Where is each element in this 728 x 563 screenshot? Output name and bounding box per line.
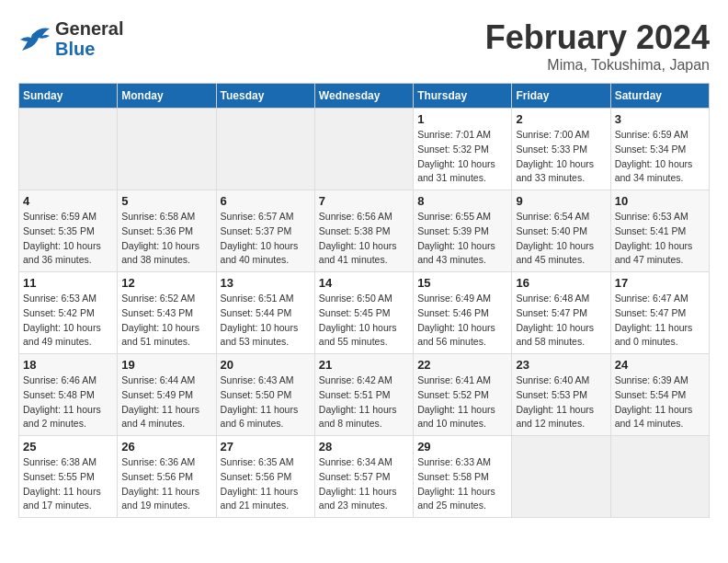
- day-number: 2: [516, 112, 606, 126]
- day-number: 5: [121, 194, 211, 208]
- day-info: Sunrise: 6:46 AMSunset: 5:48 PMDaylight:…: [23, 373, 113, 431]
- day-info: Sunrise: 6:53 AMSunset: 5:42 PMDaylight:…: [23, 292, 113, 350]
- day-number: 24: [615, 358, 705, 372]
- calendar-cell: 12Sunrise: 6:52 AMSunset: 5:43 PMDayligh…: [118, 272, 216, 354]
- calendar-cell: [610, 436, 709, 518]
- calendar-cell: 25Sunrise: 6:38 AMSunset: 5:55 PMDayligh…: [19, 436, 118, 518]
- weekday-header-monday: Monday: [118, 84, 216, 109]
- calendar-cell: 13Sunrise: 6:51 AMSunset: 5:44 PMDayligh…: [216, 272, 314, 354]
- day-info: Sunrise: 6:33 AMSunset: 5:58 PMDaylight:…: [417, 455, 507, 513]
- calendar-cell: 28Sunrise: 6:34 AMSunset: 5:57 PMDayligh…: [314, 436, 413, 518]
- day-info: Sunrise: 6:56 AMSunset: 5:38 PMDaylight:…: [319, 210, 409, 268]
- weekday-header-thursday: Thursday: [414, 84, 512, 109]
- day-info: Sunrise: 6:58 AMSunset: 5:36 PMDaylight:…: [121, 210, 211, 268]
- day-info: Sunrise: 7:01 AMSunset: 5:32 PMDaylight:…: [417, 128, 507, 186]
- day-number: 16: [516, 276, 606, 290]
- day-number: 10: [615, 194, 705, 208]
- day-number: 6: [221, 194, 311, 208]
- day-info: Sunrise: 6:52 AMSunset: 5:43 PMDaylight:…: [121, 292, 211, 350]
- week-row-1: 4Sunrise: 6:59 AMSunset: 5:35 PMDaylight…: [19, 190, 710, 272]
- calendar-cell: 22Sunrise: 6:41 AMSunset: 5:52 PMDayligh…: [414, 354, 512, 436]
- day-info: Sunrise: 6:54 AMSunset: 5:40 PMDaylight:…: [516, 210, 606, 268]
- day-number: 21: [319, 358, 409, 372]
- weekday-header-tuesday: Tuesday: [216, 84, 314, 109]
- calendar-cell: 26Sunrise: 6:36 AMSunset: 5:56 PMDayligh…: [118, 436, 216, 518]
- calendar-cell: 15Sunrise: 6:49 AMSunset: 5:46 PMDayligh…: [414, 272, 512, 354]
- calendar-cell: 29Sunrise: 6:33 AMSunset: 5:58 PMDayligh…: [414, 436, 512, 518]
- week-row-4: 25Sunrise: 6:38 AMSunset: 5:55 PMDayligh…: [19, 436, 710, 518]
- day-info: Sunrise: 7:00 AMSunset: 5:33 PMDaylight:…: [516, 128, 606, 186]
- day-info: Sunrise: 6:48 AMSunset: 5:47 PMDaylight:…: [516, 292, 606, 350]
- calendar-cell: 16Sunrise: 6:48 AMSunset: 5:47 PMDayligh…: [512, 272, 610, 354]
- day-number: 9: [516, 194, 606, 208]
- calendar-cell: [19, 109, 118, 190]
- day-info: Sunrise: 6:50 AMSunset: 5:45 PMDaylight:…: [319, 292, 409, 350]
- day-info: Sunrise: 6:38 AMSunset: 5:55 PMDaylight:…: [23, 455, 113, 513]
- day-number: 7: [319, 194, 409, 208]
- calendar-cell: 24Sunrise: 6:39 AMSunset: 5:54 PMDayligh…: [610, 354, 709, 436]
- week-row-0: 1Sunrise: 7:01 AMSunset: 5:32 PMDaylight…: [19, 109, 710, 190]
- day-info: Sunrise: 6:59 AMSunset: 5:34 PMDaylight:…: [615, 128, 705, 186]
- calendar-cell: 14Sunrise: 6:50 AMSunset: 5:45 PMDayligh…: [314, 272, 413, 354]
- day-number: 25: [23, 440, 113, 454]
- day-info: Sunrise: 6:49 AMSunset: 5:46 PMDaylight:…: [417, 292, 507, 350]
- calendar-cell: 8Sunrise: 6:55 AMSunset: 5:39 PMDaylight…: [414, 190, 512, 272]
- calendar-table: SundayMondayTuesdayWednesdayThursdayFrid…: [18, 83, 710, 518]
- calendar-cell: [118, 109, 216, 190]
- calendar-cell: 17Sunrise: 6:47 AMSunset: 5:47 PMDayligh…: [610, 272, 709, 354]
- day-info: Sunrise: 6:36 AMSunset: 5:56 PMDaylight:…: [121, 455, 211, 513]
- day-number: 27: [221, 440, 311, 454]
- day-number: 14: [319, 276, 409, 290]
- day-number: 20: [221, 358, 311, 372]
- location-title: Mima, Tokushima, Japan: [485, 57, 710, 74]
- day-number: 19: [121, 358, 211, 372]
- logo-blue-text: Blue: [55, 39, 123, 59]
- calendar-cell: 11Sunrise: 6:53 AMSunset: 5:42 PMDayligh…: [19, 272, 118, 354]
- title-block: February 2024 Mima, Tokushima, Japan: [485, 18, 710, 74]
- day-number: 26: [121, 440, 211, 454]
- calendar-cell: 20Sunrise: 6:43 AMSunset: 5:50 PMDayligh…: [216, 354, 314, 436]
- calendar-cell: 6Sunrise: 6:57 AMSunset: 5:37 PMDaylight…: [216, 190, 314, 272]
- day-info: Sunrise: 6:39 AMSunset: 5:54 PMDaylight:…: [615, 373, 705, 431]
- day-number: 15: [417, 276, 507, 290]
- day-info: Sunrise: 6:53 AMSunset: 5:41 PMDaylight:…: [615, 210, 705, 268]
- calendar-cell: [216, 109, 314, 190]
- week-row-2: 11Sunrise: 6:53 AMSunset: 5:42 PMDayligh…: [19, 272, 710, 354]
- weekday-header-friday: Friday: [512, 84, 610, 109]
- day-number: 29: [417, 440, 507, 454]
- day-number: 4: [23, 194, 113, 208]
- calendar-cell: 21Sunrise: 6:42 AMSunset: 5:51 PMDayligh…: [314, 354, 413, 436]
- logo-bird-icon: [18, 25, 51, 52]
- month-title: February 2024: [485, 18, 710, 57]
- day-info: Sunrise: 6:47 AMSunset: 5:47 PMDaylight:…: [615, 292, 705, 350]
- weekday-header-wednesday: Wednesday: [314, 84, 413, 109]
- day-info: Sunrise: 6:34 AMSunset: 5:57 PMDaylight:…: [319, 455, 409, 513]
- calendar-cell: 2Sunrise: 7:00 AMSunset: 5:33 PMDaylight…: [512, 109, 610, 190]
- day-number: 23: [516, 358, 606, 372]
- calendar-cell: [314, 109, 413, 190]
- calendar-cell: 5Sunrise: 6:58 AMSunset: 5:36 PMDaylight…: [118, 190, 216, 272]
- week-row-3: 18Sunrise: 6:46 AMSunset: 5:48 PMDayligh…: [19, 354, 710, 436]
- day-info: Sunrise: 6:42 AMSunset: 5:51 PMDaylight:…: [319, 373, 409, 431]
- day-number: 17: [615, 276, 705, 290]
- day-number: 3: [615, 112, 705, 126]
- calendar-cell: [512, 436, 610, 518]
- calendar-cell: 1Sunrise: 7:01 AMSunset: 5:32 PMDaylight…: [414, 109, 512, 190]
- day-info: Sunrise: 6:44 AMSunset: 5:49 PMDaylight:…: [121, 373, 211, 431]
- day-number: 11: [23, 276, 113, 290]
- calendar-cell: 23Sunrise: 6:40 AMSunset: 5:53 PMDayligh…: [512, 354, 610, 436]
- calendar-cell: 9Sunrise: 6:54 AMSunset: 5:40 PMDaylight…: [512, 190, 610, 272]
- day-number: 1: [417, 112, 507, 126]
- day-info: Sunrise: 6:35 AMSunset: 5:56 PMDaylight:…: [221, 455, 311, 513]
- weekday-header-sunday: Sunday: [19, 84, 118, 109]
- calendar-cell: 4Sunrise: 6:59 AMSunset: 5:35 PMDaylight…: [19, 190, 118, 272]
- calendar-cell: 27Sunrise: 6:35 AMSunset: 5:56 PMDayligh…: [216, 436, 314, 518]
- day-number: 28: [319, 440, 409, 454]
- calendar-cell: 7Sunrise: 6:56 AMSunset: 5:38 PMDaylight…: [314, 190, 413, 272]
- day-info: Sunrise: 6:40 AMSunset: 5:53 PMDaylight:…: [516, 373, 606, 431]
- page-header: General Blue February 2024 Mima, Tokushi…: [18, 18, 710, 74]
- day-info: Sunrise: 6:43 AMSunset: 5:50 PMDaylight:…: [221, 373, 311, 431]
- calendar-cell: 10Sunrise: 6:53 AMSunset: 5:41 PMDayligh…: [610, 190, 709, 272]
- day-number: 22: [417, 358, 507, 372]
- day-number: 13: [221, 276, 311, 290]
